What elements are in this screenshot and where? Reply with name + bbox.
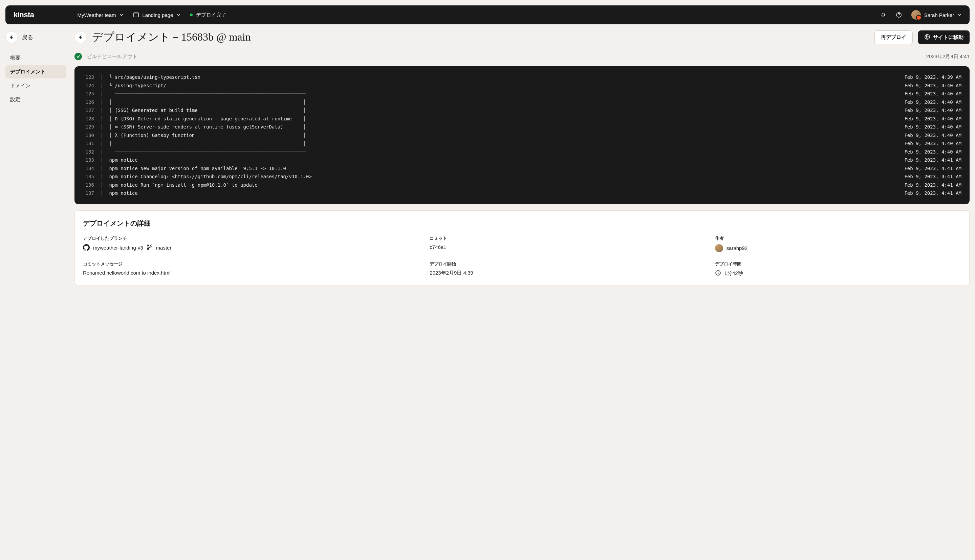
log-row: 127││ (SSG) Generated at build time │Feb… — [83, 106, 962, 115]
sidebar-item-3[interactable]: 設定 — [5, 93, 66, 106]
log-row: 137│npm noticeFeb 9, 2023, 4:41 AM — [83, 189, 962, 197]
details-heading: デプロイメントの詳細 — [83, 219, 961, 228]
deploy-start-value: 2023年2月9日 4:39 — [430, 270, 707, 276]
build-status-time: 2023年2月9日 4:41 — [926, 53, 970, 60]
log-divider: │ — [100, 123, 103, 131]
log-message: │ ∞ (SSR) Server-side renders at runtime… — [109, 123, 898, 131]
clock-icon — [715, 270, 721, 277]
log-divider: │ — [100, 82, 103, 90]
line-number: 126 — [83, 98, 94, 107]
logo: kinsta — [13, 10, 34, 19]
log-divider: │ — [100, 90, 103, 98]
log-divider: │ — [100, 73, 103, 82]
team-name: MyWeather team — [77, 12, 116, 18]
build-status-text: ビルドとロールアウト — [87, 53, 921, 60]
sidebar: 戻る 概要デプロイメントドメイン設定 — [5, 30, 66, 285]
log-timestamp: Feb 9, 2023, 4:40 AM — [904, 148, 962, 156]
line-number: 131 — [83, 139, 94, 148]
repo-name: myweather-landing-v3 — [93, 245, 143, 251]
sidebar-item-0[interactable]: 概要 — [5, 52, 66, 65]
visit-site-button[interactable]: サイトに移動 — [918, 30, 970, 44]
line-number: 133 — [83, 156, 94, 164]
svg-point-5 — [151, 245, 152, 246]
git-branch-icon — [147, 244, 153, 251]
visit-site-label: サイトに移動 — [933, 34, 963, 41]
log-timestamp: Feb 9, 2023, 4:40 AM — [904, 139, 962, 148]
check-circle-icon — [74, 53, 82, 60]
status-dot-icon — [190, 13, 192, 16]
svg-point-4 — [147, 248, 149, 250]
log-divider: │ — [100, 189, 103, 197]
bell-icon[interactable] — [880, 12, 886, 18]
back-button[interactable]: 戻る — [5, 30, 66, 45]
commit-msg: Renamed helloworld.com to index.html — [83, 270, 421, 276]
svg-point-3 — [147, 245, 149, 246]
line-number: 123 — [83, 73, 94, 82]
log-message: npm notice — [109, 156, 898, 164]
log-row: 126││ │Feb 9, 2023, 4:40 AM — [83, 98, 962, 107]
log-row: 130││ λ (Function) Gatsby function │Feb … — [83, 131, 962, 140]
log-message: │ │ — [109, 139, 898, 148]
log-timestamp: Feb 9, 2023, 4:41 AM — [904, 189, 962, 197]
line-number: 130 — [83, 131, 94, 140]
log-message: │ │ — [109, 98, 898, 107]
log-message: │ D (DSG) Deferred static generation - p… — [109, 115, 898, 123]
project-selector[interactable]: Landing page — [133, 12, 181, 18]
duration-label: デプロイ時間 — [715, 261, 961, 267]
log-row: 131││ │Feb 9, 2023, 4:40 AM — [83, 139, 962, 148]
log-row: 128││ D (DSG) Deferred static generation… — [83, 115, 962, 123]
log-divider: │ — [100, 139, 103, 148]
author-avatar — [715, 244, 723, 252]
log-message: │ λ (Function) Gatsby function │ — [109, 131, 898, 140]
author-label: 作者 — [715, 235, 961, 242]
log-row: 132│ ───────────────────────────────────… — [83, 148, 962, 156]
back-circle-button[interactable] — [74, 31, 87, 43]
log-timestamp: Feb 9, 2023, 4:40 AM — [904, 90, 962, 98]
sidebar-item-1[interactable]: デプロイメント — [5, 65, 66, 78]
log-row: 124│└ /using-typescript/Feb 9, 2023, 4:4… — [83, 82, 962, 90]
log-message: ────────────────────────────────────────… — [109, 148, 898, 156]
line-number: 137 — [83, 189, 94, 197]
project-name: Landing page — [142, 12, 173, 18]
log-timestamp: Feb 9, 2023, 4:40 AM — [904, 123, 962, 131]
log-row: 133│npm noticeFeb 9, 2023, 4:41 AM — [83, 156, 962, 164]
log-timestamp: Feb 9, 2023, 4:41 AM — [904, 181, 962, 189]
line-number: 136 — [83, 181, 94, 189]
chevron-down-icon — [176, 13, 181, 17]
log-divider: │ — [100, 156, 103, 164]
deployment-details-card: デプロイメントの詳細 デプロイしたブランチ myweather-landing-… — [74, 210, 970, 285]
log-timestamp: Feb 9, 2023, 4:40 AM — [904, 115, 962, 123]
line-number: 132 — [83, 148, 94, 156]
log-divider: │ — [100, 181, 103, 189]
redeploy-button[interactable]: 再デプロイ — [875, 30, 913, 44]
build-log-terminal[interactable]: 123│└ src/pages/using-typescript.tsxFeb … — [74, 66, 970, 204]
log-divider: │ — [100, 131, 103, 140]
log-timestamp: Feb 9, 2023, 4:41 AM — [904, 172, 962, 181]
chevron-down-icon — [957, 13, 962, 17]
arrow-left-icon[interactable] — [5, 31, 18, 43]
log-timestamp: Feb 9, 2023, 4:39 AM — [904, 73, 962, 82]
help-icon[interactable] — [896, 12, 902, 18]
log-timestamp: Feb 9, 2023, 4:41 AM — [904, 164, 962, 173]
team-selector[interactable]: MyWeather team — [77, 12, 124, 18]
globe-icon — [924, 34, 930, 41]
author-name: sarahp92 — [726, 245, 748, 251]
line-number: 135 — [83, 172, 94, 181]
commit-msg-label: コミットメッセージ — [83, 261, 421, 267]
page-title: デプロイメント－15683b @ main — [92, 30, 251, 45]
sidebar-item-2[interactable]: ドメイン — [5, 79, 66, 92]
chevron-down-icon — [119, 13, 124, 17]
user-menu[interactable]: Sarah Parker — [911, 10, 962, 20]
log-message: │ (SSG) Generated at build time │ — [109, 106, 898, 115]
user-name: Sarah Parker — [924, 12, 954, 18]
browser-icon — [133, 12, 139, 18]
log-divider: │ — [100, 98, 103, 107]
deploy-start-label: デプロイ開始 — [430, 261, 707, 267]
commit-label: コミット — [430, 235, 707, 242]
log-timestamp: Feb 9, 2023, 4:40 AM — [904, 131, 962, 140]
log-timestamp: Feb 9, 2023, 4:40 AM — [904, 82, 962, 90]
log-message: npm notice — [109, 189, 898, 197]
line-number: 127 — [83, 106, 94, 115]
log-row: 134│npm notice New major version of npm … — [83, 164, 962, 173]
line-number: 128 — [83, 115, 94, 123]
